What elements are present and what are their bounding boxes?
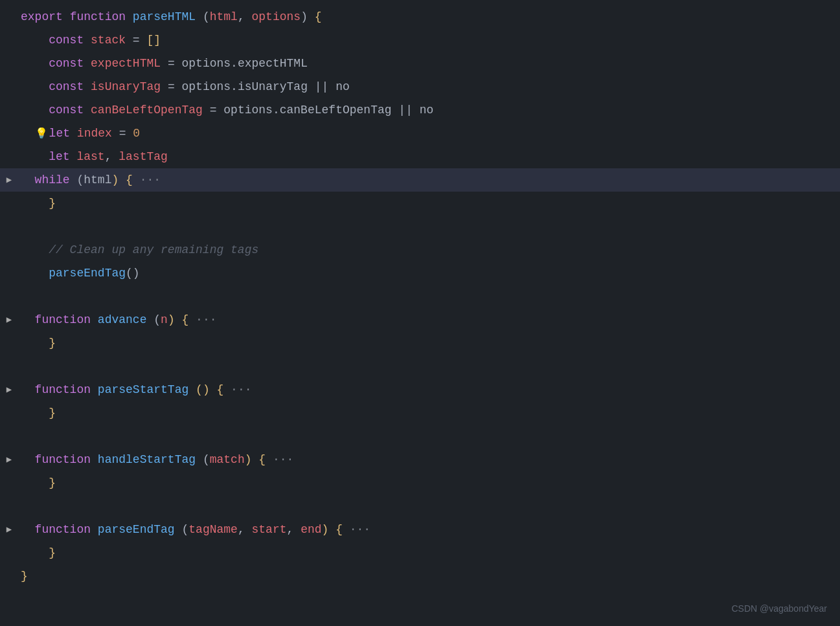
lightbulb-icon[interactable]: 💡 bbox=[35, 128, 48, 140]
code-content: function handleStartTag (match) { ··· bbox=[18, 451, 840, 469]
code-content: } bbox=[18, 567, 840, 586]
indent bbox=[21, 127, 35, 140]
indent bbox=[21, 57, 49, 70]
token: = bbox=[161, 80, 181, 93]
token: { bbox=[315, 10, 322, 23]
code-line: } bbox=[0, 565, 840, 588]
token: advance bbox=[98, 313, 147, 326]
code-content: function advance (n) { ··· bbox=[18, 311, 840, 330]
code-content: } bbox=[18, 194, 840, 213]
code-content: const expectHTML = options.expectHTML bbox=[18, 54, 840, 73]
code-content: parseEndTag() bbox=[18, 264, 840, 283]
indent bbox=[21, 243, 49, 256]
token bbox=[91, 453, 98, 466]
token: ) bbox=[301, 10, 315, 23]
token: } bbox=[49, 337, 56, 350]
token: ( bbox=[175, 523, 189, 536]
code-line: ▶ while (html) { ··· bbox=[0, 168, 840, 192]
token bbox=[91, 313, 98, 326]
code-line bbox=[0, 285, 840, 308]
token: ( bbox=[196, 10, 210, 23]
token: parseHTML bbox=[133, 10, 196, 23]
token: } bbox=[21, 570, 28, 583]
token: isUnaryTag bbox=[91, 80, 161, 93]
token: ) { bbox=[168, 313, 196, 326]
code-line: parseEndTag() bbox=[0, 262, 840, 285]
code-line: // Clean up any remaining tags bbox=[0, 238, 840, 262]
token: let bbox=[49, 150, 69, 163]
code-line: ▶ function handleStartTag (match) { ··· bbox=[0, 448, 840, 471]
code-content: 💡let index = 0 bbox=[18, 124, 840, 143]
code-line: } bbox=[0, 192, 840, 215]
code-editor: export function parseHTML (html, options… bbox=[0, 0, 840, 626]
indent bbox=[21, 476, 49, 489]
token: options bbox=[223, 104, 273, 117]
collapse-arrow[interactable]: ▶ bbox=[0, 313, 18, 327]
indent bbox=[21, 150, 49, 163]
code-line: 💡let index = 0 bbox=[0, 122, 840, 145]
token: parseStartTag bbox=[98, 383, 188, 396]
token: [] bbox=[146, 34, 161, 47]
token: const bbox=[49, 104, 84, 117]
token: n bbox=[161, 313, 168, 326]
collapse-arrow[interactable]: ▶ bbox=[0, 383, 18, 397]
token: ( bbox=[70, 173, 84, 186]
token: match bbox=[210, 453, 245, 466]
code-line: } bbox=[0, 471, 840, 495]
indent bbox=[21, 80, 49, 93]
token bbox=[91, 523, 98, 536]
token: const bbox=[49, 80, 84, 93]
code-line: const expectHTML = options.expectHTML bbox=[0, 52, 840, 75]
token: || bbox=[308, 80, 335, 93]
code-line: const stack = [] bbox=[0, 28, 840, 52]
code-content: while (html) { ··· bbox=[18, 171, 840, 190]
token: } bbox=[49, 407, 56, 419]
token: = bbox=[161, 57, 181, 70]
collapse-arrow[interactable]: ▶ bbox=[0, 173, 18, 187]
token: . bbox=[231, 80, 238, 93]
code-content: const canBeLeftOpenTag = options.canBeLe… bbox=[18, 101, 840, 120]
code-line bbox=[0, 355, 840, 378]
token: while bbox=[35, 173, 70, 186]
token: end bbox=[301, 523, 321, 536]
code-content: } bbox=[18, 544, 840, 563]
code-line bbox=[0, 495, 840, 518]
code-content: function parseStartTag () { ··· bbox=[18, 381, 840, 399]
token: , bbox=[238, 10, 252, 23]
code-line: } bbox=[0, 331, 840, 355]
token: stack bbox=[91, 34, 126, 47]
watermark: CSDN @vagabondYear bbox=[731, 601, 827, 616]
token: canBeLeftOpenTag bbox=[91, 104, 203, 117]
token: last bbox=[76, 150, 104, 163]
collapse-arrow[interactable]: ▶ bbox=[0, 522, 18, 537]
code-line: let last, lastTag bbox=[0, 145, 840, 168]
token: , bbox=[238, 523, 252, 536]
token: } bbox=[49, 546, 56, 559]
token: options bbox=[252, 10, 301, 23]
code-content: const stack = [] bbox=[18, 31, 840, 50]
code-content: let last, lastTag bbox=[18, 148, 840, 166]
token bbox=[84, 34, 91, 47]
collapse-arrow[interactable]: ▶ bbox=[0, 453, 18, 467]
indent bbox=[21, 104, 49, 117]
code-line: ▶ function parseEndTag (tagName, start, … bbox=[0, 518, 840, 541]
token: = bbox=[203, 104, 223, 117]
token: , bbox=[287, 523, 301, 536]
token: parseEndTag bbox=[98, 523, 175, 536]
token: // Clean up any remaining tags bbox=[49, 243, 258, 256]
token: function bbox=[35, 383, 91, 396]
token: html bbox=[84, 173, 111, 186]
code-content: const isUnaryTag = options.isUnaryTag ||… bbox=[18, 78, 840, 96]
token: export bbox=[21, 10, 63, 23]
token: ) { bbox=[322, 523, 350, 536]
token bbox=[70, 127, 77, 140]
indent bbox=[21, 173, 35, 186]
token: handleStartTag bbox=[98, 453, 196, 466]
token: , bbox=[105, 150, 119, 163]
token: function bbox=[35, 313, 91, 326]
token: } bbox=[49, 197, 56, 210]
token: ··· bbox=[140, 173, 161, 186]
token: 0 bbox=[133, 127, 140, 140]
token: || bbox=[392, 104, 420, 117]
code-line: } bbox=[0, 401, 840, 425]
